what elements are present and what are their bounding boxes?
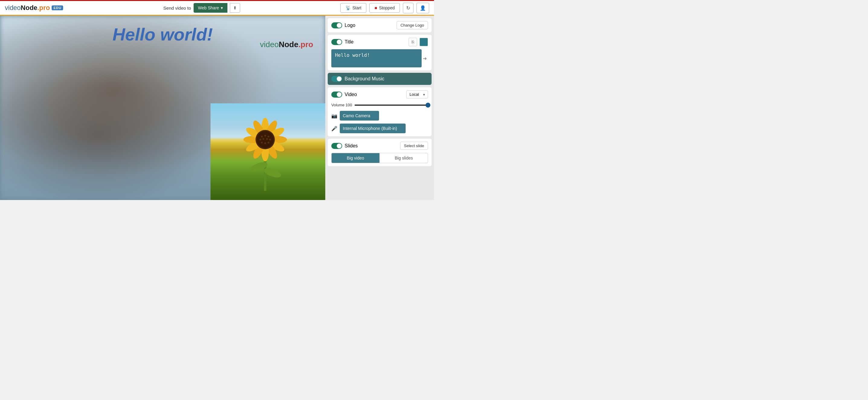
svg-point-18 [264, 135, 266, 136]
title-input-area: ➜ [328, 49, 432, 70]
slides-section: Slides Select slide Big video Big slides [328, 139, 432, 166]
refresh-button[interactable]: ↻ [403, 3, 413, 13]
svg-point-22 [266, 138, 268, 140]
broadcast-icon: 📡 [345, 5, 351, 10]
volume-row: Volume 100 [328, 101, 432, 110]
topbar: video Node .pro EDU Send video to Web Sh… [0, 0, 434, 16]
stopped-button[interactable]: ■ Stopped [369, 3, 400, 13]
music-toggle[interactable] [331, 76, 342, 82]
microphone-dropdown-wrapper: Internal Microphone (Built-in) [340, 124, 428, 133]
music-row: Background Music [328, 73, 432, 85]
microphone-dropdown[interactable]: Internal Microphone (Built-in) [340, 124, 406, 133]
overlay-logo-node: Node [279, 40, 299, 49]
volume-slider[interactable] [354, 104, 428, 106]
microphone-icon: 🎤 [331, 126, 337, 131]
view-toggle-row: Big video Big slides [331, 153, 428, 163]
share-icon: ⬆ [233, 5, 237, 10]
logo-toggle[interactable] [331, 22, 342, 28]
video-source-dropdown[interactable]: Local [406, 90, 428, 98]
big-slides-button[interactable]: Big slides [380, 153, 428, 163]
select-slide-button[interactable]: Select slide [400, 142, 428, 150]
camera-icon: 📷 [331, 113, 337, 119]
camera-dropdown[interactable]: Camo Camera [340, 111, 379, 121]
change-logo-button[interactable]: Change Logo [397, 21, 428, 29]
svg-point-19 [268, 136, 270, 137]
video-toggle[interactable] [331, 92, 342, 98]
overlay-logo-pro: .pro [299, 40, 313, 49]
svg-point-21 [262, 138, 264, 140]
stop-icon: ■ [374, 5, 377, 10]
stopped-label: Stopped [379, 5, 395, 10]
start-label: Start [352, 5, 362, 10]
svg-point-17 [261, 136, 263, 137]
logo-node: Node [21, 4, 37, 12]
copy-icon: ⎘ [412, 39, 414, 44]
right-controls: 📡 Start ■ Stopped ↻ 👤 [340, 3, 429, 13]
title-header: Title ⎘ [328, 35, 432, 49]
web-share-button[interactable]: Web Share ▾ [194, 3, 228, 13]
web-share-label: Web Share [198, 5, 219, 10]
title-section: Title ⎘ ➜ [328, 35, 432, 70]
slides-header-row: Slides Select slide [328, 139, 432, 153]
title-color-swatch[interactable] [420, 38, 428, 46]
share-icon-button[interactable]: ⬆ [230, 3, 240, 13]
video-section: Video Local Volume 100 📷 Camo C [328, 87, 432, 136]
microphone-row: 🎤 Internal Microphone (Built-in) [328, 122, 432, 136]
title-label: Title [345, 39, 406, 45]
svg-point-25 [264, 142, 266, 144]
send-video-label: Send video to [163, 5, 191, 10]
logo-edu: EDU [52, 5, 63, 10]
slides-label: Slides [345, 143, 398, 149]
title-arrow-button[interactable]: ➜ [423, 49, 428, 67]
start-button[interactable]: 📡 Start [340, 3, 367, 13]
big-video-button[interactable]: Big video [331, 153, 380, 163]
picture-in-picture [211, 103, 325, 200]
center-controls: Send video to Web Share ▾ ⬆ [163, 3, 240, 13]
svg-point-20 [259, 139, 261, 141]
logo-video: video [5, 4, 21, 12]
logo-section: Logo Change Logo [328, 18, 432, 32]
svg-point-24 [261, 142, 263, 144]
video-label: Video [345, 92, 404, 97]
overlay-title: Hello world! [113, 24, 213, 44]
overlay-logo-video: video [260, 40, 279, 49]
svg-point-23 [269, 139, 271, 141]
volume-knob[interactable] [426, 103, 430, 107]
logo-pro: .pro [37, 4, 50, 12]
background-music-section: Background Music [328, 73, 432, 85]
refresh-icon: ↻ [406, 5, 410, 10]
volume-fill [354, 104, 428, 106]
right-panel: Logo Change Logo Title ⎘ ➜ [325, 16, 434, 200]
chevron-down-icon: ▾ [221, 5, 223, 10]
video-preview-area: Hello world! videoNode.pro [0, 16, 325, 200]
title-toggle[interactable] [331, 39, 342, 45]
overlay-logo: videoNode.pro [260, 40, 313, 49]
sunflower-image [235, 106, 295, 191]
main-layout: Hello world! videoNode.pro [0, 16, 434, 200]
svg-point-16 [257, 131, 274, 148]
camera-row: 📷 Camo Camera [328, 110, 432, 122]
slides-toggle[interactable] [331, 143, 342, 149]
logo-row: Logo Change Logo [328, 18, 432, 32]
svg-point-26 [268, 142, 270, 144]
video-source-dropdown-wrapper: Local [406, 90, 428, 98]
user-icon: 👤 [420, 5, 426, 10]
volume-label: Volume 100 [331, 103, 352, 107]
title-input[interactable] [331, 49, 422, 67]
camera-dropdown-wrapper: Camo Camera [340, 111, 428, 121]
logo-label: Logo [345, 23, 394, 28]
copy-title-button[interactable]: ⎘ [409, 38, 417, 46]
logo: video Node .pro EDU [5, 4, 63, 12]
user-button[interactable]: 👤 [416, 3, 429, 13]
video-header-row: Video Local [328, 87, 432, 101]
music-label: Background Music [345, 76, 428, 82]
